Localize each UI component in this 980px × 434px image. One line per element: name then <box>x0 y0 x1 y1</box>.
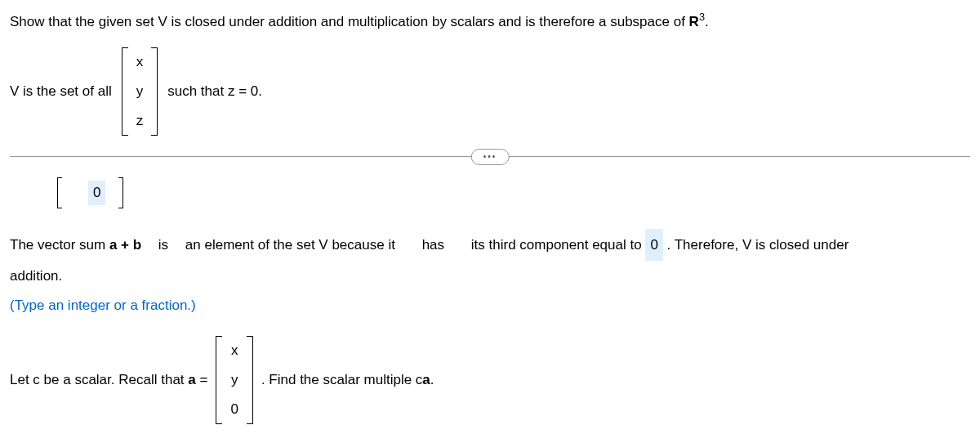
bracket-right <box>118 177 123 208</box>
vec-row-1: x <box>136 52 144 72</box>
closure-p4: . Therefore, V is closed under <box>667 237 849 253</box>
closure-p5: addition. <box>10 268 62 284</box>
vec-row-3: 0 <box>230 400 238 419</box>
space-exponent: 3 <box>699 11 705 23</box>
closure-p3: its third component equal to <box>471 237 642 253</box>
problem-text-post: . <box>705 14 709 29</box>
vec-row-2: y <box>231 370 238 390</box>
bracket-left <box>216 336 222 423</box>
ellipsis-icon[interactable]: ••• <box>471 149 510 165</box>
row-vector-content: 0 <box>62 177 118 208</box>
vec-row-3: z <box>136 111 144 131</box>
previous-answer-row: 0 <box>57 177 970 208</box>
scalar-p2: . Find the scalar multiple ca. <box>261 370 434 390</box>
closure-sentence: The vector sum a + b is an element of th… <box>10 229 970 292</box>
column-vector-xyz: x y z <box>122 47 158 135</box>
closure-p2: an element of the set V because it <box>185 237 395 253</box>
set-definition: V is the set of all x y z such that z = … <box>10 47 970 135</box>
set-def-suffix: such that z = 0. <box>167 82 262 101</box>
space-symbol: R <box>689 14 699 29</box>
matrix-content: x y z <box>128 47 152 135</box>
matrix-content: x y 0 <box>222 336 246 423</box>
closure-ab: a + b <box>109 237 141 253</box>
bracket-right <box>247 336 253 423</box>
problem-statement: Show that the given set V is closed unde… <box>10 10 970 31</box>
vector-a-2: a <box>422 372 430 387</box>
closure-has: has <box>422 230 444 260</box>
vec-row-1: x <box>231 341 238 360</box>
vector-a: a <box>188 372 195 387</box>
column-vector-xy0: x y 0 <box>216 336 252 423</box>
scalar-definition-row: Let c be a scalar. Recall that a = x y 0… <box>10 336 970 423</box>
bracket-right <box>151 47 158 135</box>
section-divider: ••• <box>10 156 970 157</box>
highlighted-answer: 0 <box>88 181 105 205</box>
row-vector-result: 0 <box>57 177 123 208</box>
problem-text-pre: Show that the given set V is closed unde… <box>10 14 689 29</box>
closure-zero: 0 <box>645 229 662 261</box>
bracket-left <box>122 47 128 135</box>
vec-row-2: y <box>136 82 144 101</box>
hint-text-1: (Type an integer or a fraction.) <box>10 296 970 315</box>
scalar-p1: Let c be a scalar. Recall that a = <box>10 370 207 390</box>
closure-is: is <box>158 230 168 260</box>
set-def-prefix: V is the set of all <box>10 82 112 101</box>
closure-p1: The vector sum <box>10 237 109 253</box>
